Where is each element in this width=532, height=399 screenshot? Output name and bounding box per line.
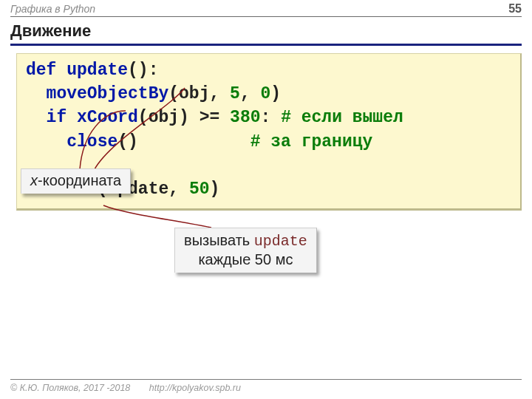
l6-n: 50 <box>189 180 210 199</box>
l4-post: () <box>117 132 138 151</box>
title-rule <box>10 44 522 46</box>
callout2-a: вызывать <box>184 232 254 248</box>
kw-def: def <box>26 61 56 80</box>
l2-n2: 0 <box>261 84 271 103</box>
l3-n: 380 <box>230 108 260 127</box>
l4-comment: # за границу <box>250 132 373 151</box>
l2-args-pre: (obj, <box>168 84 230 103</box>
callout-xcoord: x-координата <box>21 168 131 194</box>
l4-indent <box>26 132 66 151</box>
callout-timer: вызывать update каждые 50 мс <box>174 228 317 273</box>
fn-close: close <box>66 132 117 151</box>
callout-x-rest: -координата <box>38 172 121 188</box>
footer-rule <box>10 379 522 380</box>
slide-header: Графика в Python 55 <box>0 0 532 16</box>
l2-mid: , <box>240 84 261 103</box>
slide-title: Движение <box>0 17 532 44</box>
topic: Графика в Python <box>10 3 95 15</box>
l6-mid: , <box>168 180 189 199</box>
callout-x-italic: x <box>30 172 38 188</box>
l1-tail: (): <box>128 61 158 80</box>
callout2-mono: update <box>254 233 307 250</box>
callout2-b: каждые 50 мс <box>198 251 293 267</box>
l2-indent <box>26 84 47 103</box>
fn-moveobjectby: moveObjectBy <box>47 84 169 103</box>
l2-post: ) <box>270 84 281 103</box>
fn-update: update <box>66 61 128 80</box>
l4-pad <box>138 132 250 151</box>
footer-copy: © К.Ю. Поляков, 2017 -2018 <box>10 383 130 393</box>
kw-if: if <box>47 108 67 127</box>
l3-sp <box>66 108 77 127</box>
l2-n1: 5 <box>230 84 240 103</box>
l6-post: ) <box>209 180 219 199</box>
l3-indent <box>26 108 47 127</box>
l3-comment: # если вышел <box>281 108 403 127</box>
l3-colon: : <box>261 108 282 127</box>
page-number: 55 <box>508 2 522 16</box>
footer-url: http://kpolyakov.spb.ru <box>149 383 241 393</box>
fn-xcoord: xCoord <box>77 108 138 127</box>
l3-mid: (obj) >= <box>138 108 230 127</box>
slide-footer: © К.Ю. Поляков, 2017 -2018 http://kpolya… <box>10 379 522 393</box>
